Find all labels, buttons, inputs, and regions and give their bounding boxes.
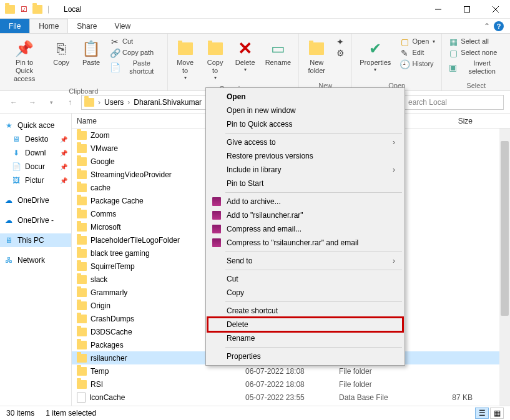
ctx-add-rar[interactable]: Add to "rsilauncher.rar" bbox=[208, 208, 403, 222]
sidebar-item-quick-access[interactable]: ★Quick acce bbox=[0, 119, 71, 132]
minimize-button[interactable] bbox=[424, 0, 453, 19]
ribbon-collapse-icon[interactable]: ⌃ bbox=[484, 22, 490, 31]
file-name: D3DSCache bbox=[91, 328, 132, 336]
close-button[interactable] bbox=[481, 0, 510, 19]
star-icon: ★ bbox=[4, 120, 14, 130]
ctx-rename[interactable]: Rename bbox=[208, 331, 403, 345]
ctx-compress-rar-email[interactable]: Compress to "rsilauncher.rar" and email bbox=[208, 236, 403, 250]
folder-icon bbox=[77, 354, 87, 363]
ctx-delete[interactable]: Delete bbox=[208, 318, 403, 331]
folder-icon bbox=[77, 315, 87, 323]
sidebar-item-this-pc[interactable]: 🖥This PC bbox=[0, 233, 71, 247]
ctx-send-to[interactable]: Send to› bbox=[208, 254, 403, 268]
sidebar-item-documents[interactable]: 📄Docur📌 bbox=[0, 160, 71, 173]
delete-button[interactable]: ✕Delete▾ bbox=[232, 36, 259, 84]
folder-icon bbox=[5, 4, 15, 14]
forward-button[interactable]: → bbox=[25, 95, 40, 110]
sidebar-item-onedrive[interactable]: ☁OneDrive bbox=[0, 193, 71, 207]
folder-icon bbox=[77, 380, 87, 389]
ctx-add-archive[interactable]: Add to archive... bbox=[208, 195, 403, 208]
ctx-give-access[interactable]: Give access to› bbox=[208, 135, 403, 149]
search-input[interactable]: earch Local bbox=[404, 95, 504, 110]
new-folder-button[interactable]: New folder bbox=[303, 36, 330, 81]
open-button[interactable]: ▢Open▾ bbox=[397, 36, 438, 47]
properties-button[interactable]: ✔Properties▾ bbox=[356, 36, 395, 81]
paste-button[interactable]: 📋 Paste bbox=[77, 36, 105, 86]
recent-button[interactable]: ▾ bbox=[44, 95, 59, 110]
move-to-button[interactable]: Move to▾ bbox=[172, 36, 199, 84]
ctx-include-library[interactable]: Include in library› bbox=[208, 163, 403, 177]
crumb-users[interactable]: Users bbox=[102, 98, 126, 107]
ctx-pin-quick-access[interactable]: Pin to Quick access bbox=[208, 117, 403, 131]
invert-selection-button[interactable]: ▣Invert selection bbox=[446, 59, 506, 76]
select-none-button[interactable]: ▢Select none bbox=[446, 47, 506, 59]
copy-to-button[interactable]: Copy to▾ bbox=[202, 36, 229, 84]
ctx-compress-email[interactable]: Compress and email... bbox=[208, 222, 403, 236]
folder-icon bbox=[77, 223, 87, 232]
sidebar-item-pictures[interactable]: 🖼Pictur📌 bbox=[0, 173, 71, 187]
folder-icon bbox=[77, 301, 87, 310]
chevron-right-icon[interactable]: › bbox=[98, 98, 101, 107]
tab-home[interactable]: Home bbox=[29, 19, 68, 33]
copy-path-button[interactable]: 🔗Copy path bbox=[107, 47, 164, 59]
help-icon[interactable]: ? bbox=[494, 21, 504, 31]
file-name: Grammarly bbox=[91, 288, 127, 297]
chevron-right-icon[interactable]: › bbox=[127, 98, 130, 107]
crumb-user[interactable]: Dharani.Shivakumar bbox=[131, 98, 204, 107]
invert-icon: ▣ bbox=[448, 62, 458, 72]
col-size[interactable]: Size bbox=[428, 117, 478, 125]
file-row[interactable]: RSI06-07-2022 18:08File folder bbox=[72, 378, 510, 391]
up-button[interactable]: ↑ bbox=[62, 95, 77, 110]
sidebar-item-network[interactable]: 🖧Network bbox=[0, 253, 71, 267]
ctx-restore-versions[interactable]: Restore previous versions bbox=[208, 149, 403, 163]
cloud-icon: ☁ bbox=[4, 215, 14, 225]
properties-icon: ✔ bbox=[365, 39, 385, 59]
rar-icon bbox=[212, 224, 222, 234]
ctx-properties[interactable]: Properties bbox=[208, 349, 403, 363]
nav-sidebar: ★Quick acce 🖥Deskto📌 ⬇Downl📌 📄Docur📌 🖼Pi… bbox=[0, 114, 72, 406]
file-row[interactable]: Temp06-07-2022 18:08File folder bbox=[72, 364, 510, 378]
cut-button[interactable]: ✂Cut bbox=[107, 36, 164, 47]
maximize-button[interactable] bbox=[453, 0, 481, 19]
paste-shortcut-button[interactable]: 📄Paste shortcut bbox=[107, 59, 164, 76]
tab-view[interactable]: View bbox=[105, 19, 139, 33]
folder-icon-2 bbox=[32, 4, 42, 14]
sidebar-item-desktop[interactable]: 🖥Deskto📌 bbox=[0, 132, 71, 146]
ctx-open-new-window[interactable]: Open in new window bbox=[208, 104, 403, 117]
separator bbox=[225, 133, 402, 134]
select-all-button[interactable]: ▦Select all bbox=[446, 36, 506, 47]
folder-icon bbox=[77, 157, 87, 166]
vertical-scrollbar[interactable] bbox=[499, 129, 510, 406]
pin-quick-access-button[interactable]: 📌 Pin to Quick access bbox=[4, 36, 45, 86]
edit-button[interactable]: ✎Edit bbox=[397, 47, 438, 59]
sidebar-item-onedrive-2[interactable]: ☁OneDrive - bbox=[0, 213, 71, 227]
copy-button[interactable]: ⎘ Copy bbox=[47, 36, 75, 86]
network-icon: 🖧 bbox=[4, 255, 14, 265]
chevron-right-icon: › bbox=[393, 256, 395, 265]
qa-icon[interactable]: ☑ bbox=[19, 4, 29, 14]
ctx-open[interactable]: Open bbox=[208, 90, 403, 104]
file-name: Google bbox=[91, 157, 115, 166]
ctx-copy[interactable]: Copy bbox=[208, 286, 403, 300]
file-row[interactable]: IconCache05-07-2022 23:55Data Base File8… bbox=[72, 391, 510, 404]
tab-file[interactable]: File bbox=[0, 19, 29, 33]
ctx-pin-start[interactable]: Pin to Start bbox=[208, 177, 403, 190]
sidebar-item-downloads[interactable]: ⬇Downl📌 bbox=[0, 146, 71, 160]
file-name: rsilauncher bbox=[91, 354, 127, 363]
folder-icon bbox=[77, 197, 87, 205]
ctx-cut[interactable]: Cut bbox=[208, 272, 403, 286]
tab-share[interactable]: Share bbox=[68, 19, 105, 33]
back-button[interactable]: ← bbox=[6, 95, 21, 110]
history-button[interactable]: 🕘History bbox=[397, 59, 438, 70]
file-date: 05-07-2022 23:55 bbox=[240, 393, 334, 402]
details-view-button[interactable]: ☰ bbox=[475, 408, 489, 419]
file-name: StreamingVideoProvider bbox=[91, 170, 172, 179]
ctx-create-shortcut[interactable]: Create shortcut bbox=[208, 304, 403, 318]
file-size: 87 KB bbox=[428, 393, 478, 402]
rename-button[interactable]: ▭Rename bbox=[262, 36, 295, 84]
new-item-button[interactable]: ✦ bbox=[333, 36, 348, 47]
easy-access-button[interactable]: ⚙ bbox=[333, 47, 348, 59]
scrollbar-thumb[interactable] bbox=[501, 141, 509, 316]
icons-view-button[interactable]: ▦ bbox=[490, 408, 504, 419]
history-icon: 🕘 bbox=[400, 59, 409, 69]
